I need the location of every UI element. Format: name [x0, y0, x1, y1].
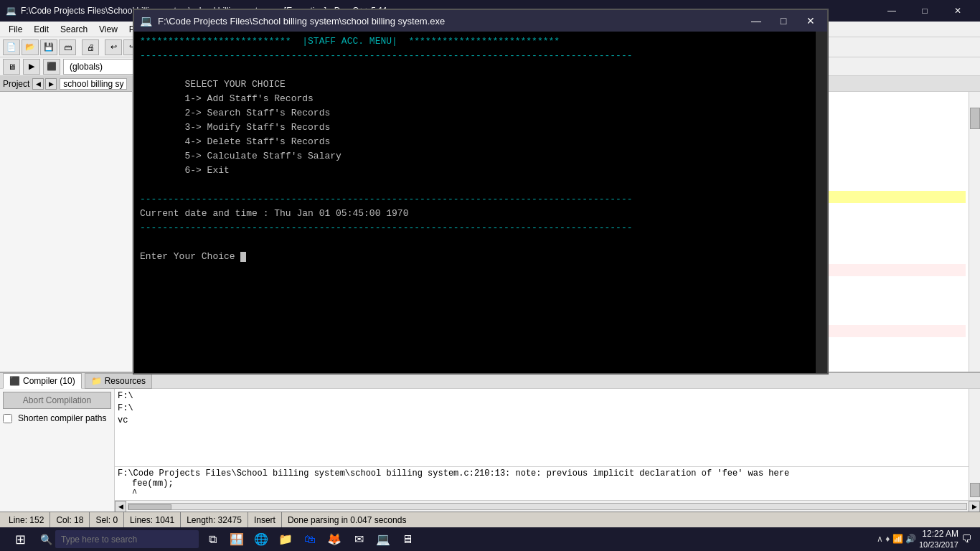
bottom-tabs: ⬛ Compiler (10) 📁 Resources: [0, 373, 980, 389]
toolbar2-btn1[interactable]: 🖥: [3, 59, 20, 75]
clock-date: 10/23/2017: [919, 540, 958, 550]
bottom-hscrollbar[interactable]: ◀ ▶: [115, 500, 980, 512]
taskbar-icon-edge[interactable]: 🌐: [250, 529, 272, 550]
console-opt4: 4-> Delete Staff's Records: [140, 135, 821, 149]
menu-view[interactable]: View: [93, 23, 123, 36]
taskbar-icon-mail[interactable]: ✉: [348, 529, 369, 550]
hscroll-track[interactable]: [128, 503, 967, 510]
console-opt3: 3-> Modify Staff's Records: [140, 121, 821, 135]
abort-compilation-button[interactable]: Abort Compilation: [3, 392, 111, 409]
hscroll-left-btn[interactable]: ◀: [115, 501, 126, 512]
shorten-paths-label: Shorten compiler paths: [18, 413, 106, 423]
toolbar2-btn3[interactable]: ⬛: [43, 59, 60, 75]
console-sep3: ----------------------------------------…: [140, 221, 821, 235]
console-opt1: 1-> Add Staff's Records: [140, 92, 821, 106]
console-cursor: [240, 252, 246, 262]
taskbar-icon-windows[interactable]: 🪟: [226, 529, 248, 550]
taskbar-icon-firefox[interactable]: 🦊: [324, 529, 345, 550]
taskbar-search-input[interactable]: [55, 530, 199, 548]
maximize-button[interactable]: □: [908, 0, 941, 22]
taskbar-icon-store[interactable]: 🛍: [299, 529, 321, 550]
compiler-output: F:\ F:\ vc: [115, 389, 980, 466]
console-blank3: [140, 235, 821, 250]
project-nav-forward[interactable]: ▶: [45, 78, 57, 90]
bottom-right: F:\ F:\ vc F:\Code Projects Files\School…: [115, 389, 980, 512]
menu-file[interactable]: File: [3, 23, 28, 36]
compiler-line: F:\: [118, 402, 977, 415]
bottom-left: Abort Compilation Shorten compiler paths: [0, 389, 115, 512]
console-opt6: 6-> Exit: [140, 164, 821, 178]
resources-tab-label: Resources: [105, 376, 146, 386]
console-opt2: 2-> Search Staff's Records: [140, 106, 821, 121]
console-opt5: 5-> Calculate Staff's Salary: [140, 149, 821, 164]
bottom-panel: ⬛ Compiler (10) 📁 Resources Abort Compil…: [0, 372, 980, 512]
console-blank1: [140, 63, 821, 77]
console-close-button[interactable]: ✕: [800, 13, 821, 29]
menu-edit[interactable]: Edit: [28, 23, 55, 36]
compiler-line: F:\: [118, 390, 977, 402]
project-header: Project ◀ ▶ school billing sy: [0, 76, 132, 92]
tab-resources[interactable]: 📁 Resources: [85, 373, 152, 389]
clock-time: 12:22 AM: [919, 529, 958, 540]
console-titlebar: 💻 F:\Code Projects Files\School billing …: [134, 10, 827, 32]
notification-icon[interactable]: 🗨: [961, 533, 971, 545]
taskbar-right: ∧ ♦ 📶 🔊 12:22 AM 10/23/2017 🗨: [877, 529, 977, 550]
taskbar-icon-devpp[interactable]: 💻: [372, 529, 394, 550]
status-line: Line: 152: [3, 512, 50, 527]
system-clock: 12:22 AM 10/23/2017: [919, 529, 958, 550]
status-insert: Insert: [248, 512, 282, 527]
compiler-tab-label: Compiler (10): [23, 376, 75, 386]
task-view-button[interactable]: ⧉: [202, 529, 223, 550]
project-nav-back[interactable]: ◀: [32, 78, 44, 90]
console-header: *************************** |STAFF ACC. …: [140, 34, 821, 49]
toolbar-btn-open[interactable]: 📂: [22, 39, 39, 55]
console-blank2: [140, 178, 821, 192]
compiler-error-line: F:\Code Projects Files\School billing sy…: [118, 468, 977, 479]
console-datetime: Current date and time : Thu Jan 01 05:45…: [140, 207, 821, 221]
start-button[interactable]: ⊞: [3, 529, 37, 550]
resources-tab-icon: 📁: [91, 376, 102, 386]
status-bar: Line: 152 Col: 18 Sel: 0 Lines: 1041 Len…: [0, 512, 980, 527]
minimize-button[interactable]: —: [875, 0, 908, 22]
toolbar2-btn2[interactable]: ▶: [23, 59, 40, 75]
console-title: F:\Code Projects Files\School billing sy…: [158, 16, 740, 27]
window-controls: — □ ✕: [875, 0, 974, 22]
toolbar-btn-undo[interactable]: ↩: [105, 39, 122, 55]
project-nav: ◀ ▶: [32, 78, 57, 90]
console-icon: 💻: [140, 15, 152, 27]
status-lines: Lines: 1041: [124, 512, 181, 527]
app-icon: 💻: [6, 6, 17, 16]
status-col: Col: 18: [50, 512, 90, 527]
status-message: Done parsing in 0.047 seconds: [282, 512, 977, 527]
compiler-line: vc: [118, 415, 977, 427]
compiler-tab-icon: ⬛: [9, 376, 20, 386]
status-sel: Sel: 0: [90, 512, 124, 527]
bottom-content: Abort Compilation Shorten compiler paths…: [0, 389, 980, 512]
taskbar-icon-extra[interactable]: 🖥: [397, 529, 418, 550]
menu-search[interactable]: Search: [55, 23, 93, 36]
close-button[interactable]: ✕: [941, 0, 974, 22]
toolbar-btn-print[interactable]: 🖨: [82, 39, 99, 55]
shorten-paths-input[interactable]: [3, 414, 12, 423]
toolbar-btn-new[interactable]: 📄: [3, 39, 20, 55]
hscroll-right-btn[interactable]: ▶: [969, 501, 980, 512]
console-sep1: ----------------------------------------…: [140, 49, 821, 63]
toolbar-btn-saveall[interactable]: 🗃: [59, 39, 76, 55]
console-scrollbar[interactable]: [816, 32, 827, 373]
system-icons: ∧ ♦ 📶 🔊: [877, 534, 916, 544]
project-tab[interactable]: school billing sy: [60, 78, 127, 90]
console-sep2: ----------------------------------------…: [140, 192, 821, 207]
console-maximize-button[interactable]: □: [773, 13, 794, 29]
tab-compiler[interactable]: ⬛ Compiler (10): [3, 373, 82, 389]
compiler-vscrollbar[interactable]: [969, 389, 980, 500]
toolbar-btn-save[interactable]: 💾: [40, 39, 57, 55]
console-select: SELECT YOUR CHOICE: [140, 77, 821, 92]
console-minimize-button[interactable]: —: [745, 13, 767, 29]
shorten-paths-checkbox[interactable]: Shorten compiler paths: [3, 413, 111, 423]
console-enter-choice: Enter Your Choice: [140, 250, 821, 264]
console-body: *************************** |STAFF ACC. …: [134, 32, 827, 373]
compiler-error-area: F:\Code Projects Files\School billing sy…: [115, 466, 980, 500]
search-icon: 🔍: [40, 534, 52, 545]
compiler-error-detail1: fee(mm);: [118, 479, 977, 489]
taskbar-icon-files[interactable]: 📁: [275, 529, 296, 550]
